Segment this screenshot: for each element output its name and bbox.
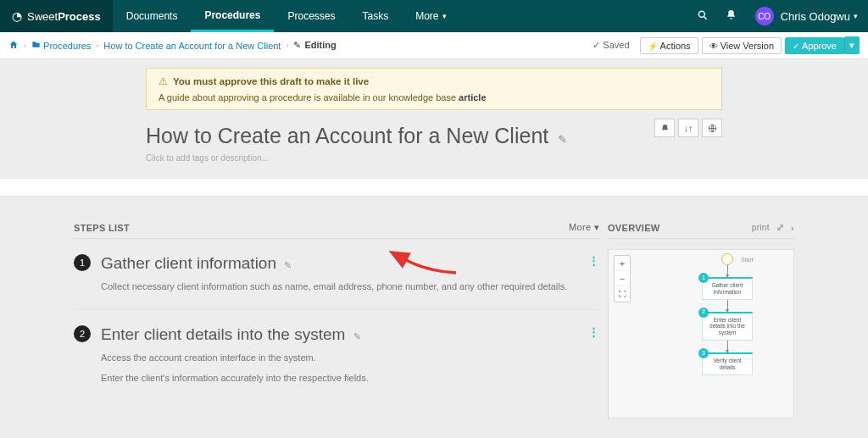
approve-button[interactable]: ✓Approve [785,37,844,54]
flow-node[interactable]: 2Enter client details into the system [702,312,753,341]
expand-icon[interactable]: ⤢ [776,222,784,233]
pencil-icon: ✎ [353,331,361,341]
globe-toggle[interactable] [702,119,722,137]
main-content: STEPS LIST More ▾ 1 Gather client inform… [74,222,794,419]
pencil-icon: ✎ [558,133,567,146]
chevron-down-icon: ▾ [442,12,447,20]
nav-processes[interactable]: Processes [274,0,348,32]
overview-header: OVERVIEW [608,223,660,233]
step-desc: Enter the client's information accuratel… [101,371,589,385]
flow-start [721,253,733,265]
svg-line-1 [704,16,706,19]
user-name: Chris Odogwu [781,10,850,23]
home-icon[interactable] [8,40,19,52]
user-menu[interactable]: CO Chris Odogwu ▾ [745,7,868,25]
nav-procedures[interactable]: Procedures [191,0,274,32]
step-number: 2 [74,325,91,342]
crumb-title[interactable]: How to Create an Account for a New Clien… [103,41,281,51]
step-menu[interactable] [589,254,599,294]
zoom-fit[interactable]: ⛶ [615,286,630,302]
brand-bold: Process [58,10,101,23]
zoom-controls: + − ⛶ [614,255,631,302]
step-item: 2 Enter client details into the system ✎… [74,320,599,401]
top-nav: ◔ SweetProcess Documents Procedures Proc… [0,0,868,32]
eye-icon: 👁 [709,42,718,51]
pencil-icon: ✎ [293,40,301,50]
approve-alert: ⚠You must approve this draft to make it … [146,68,722,110]
zoom-out[interactable]: − [615,271,630,286]
actions-button[interactable]: ⚡Actions [640,37,698,54]
steps-column: STEPS LIST More ▾ 1 Gather client inform… [74,222,599,419]
chevron-down-icon: ▾ [854,12,858,20]
folder-icon[interactable] [31,40,41,51]
alert-link[interactable]: article [459,92,486,103]
step-menu[interactable] [589,325,599,385]
svg-point-0 [698,11,704,17]
check-icon: ✓ [793,42,799,51]
page-title[interactable]: How to Create an Account for a New Clien… [146,124,722,148]
nav-more[interactable]: More▾ [402,0,459,32]
bolt-icon: ⚡ [648,42,658,51]
brand-logo[interactable]: ◔ SweetProcess [0,0,113,32]
approve-dropdown[interactable]: ▾ [844,36,860,54]
nav-tasks[interactable]: Tasks [349,0,403,32]
warning-icon: ⚠ [159,76,168,86]
saved-status: ✓ Saved [593,40,629,51]
view-version-button[interactable]: 👁View Version [702,37,782,54]
print-link[interactable]: print [752,223,770,232]
crumb-editing: ✎Editing [293,40,336,51]
sort-toggle[interactable]: ↓↑ [678,119,698,137]
notify-toggle[interactable] [654,119,675,137]
flow-node[interactable]: 3Verify client details [702,352,753,375]
avatar: CO [755,7,774,25]
title-section: ↓↑ How to Create an Account for a New Cl… [146,124,722,163]
alert-title: You must approve this draft to make it l… [173,76,369,86]
step-title[interactable]: Enter client details into the system ✎ [101,325,589,344]
step-desc: Access the account creation interface in… [101,351,589,365]
zoom-in[interactable]: + [615,256,630,271]
chevron-right-icon[interactable]: › [791,223,794,233]
steps-header: STEPS LIST [74,223,130,233]
step-title[interactable]: Gather client information ✎ [101,254,589,273]
steps-more[interactable]: More ▾ [569,222,599,233]
bell-icon[interactable] [717,9,745,23]
step-item: 1 Gather client information ✎ Collect ne… [74,249,599,310]
crumb-procedures[interactable]: Procedures [43,41,91,51]
alert-sub: A guide about approving a procedure is a… [159,92,459,103]
chevron-down-icon: ▾ [594,222,599,232]
overview-column: OVERVIEW print ⤢ › + − ⛶ Start 1Gather c… [608,222,794,419]
brand-light: Sweet [27,10,58,23]
pencil-icon: ✎ [284,260,292,270]
search-icon[interactable] [688,9,717,24]
step-desc: Collect necessary client information suc… [101,280,589,294]
tags-placeholder[interactable]: Click to add tags or description... [146,153,722,163]
nav-documents[interactable]: Documents [113,0,192,32]
step-number: 1 [74,254,91,271]
flowchart-panel[interactable]: + − ⛶ Start 1Gather client information 2… [608,249,794,419]
flow-node[interactable]: 1Gather client information [702,277,753,300]
logo-icon: ◔ [12,9,22,23]
breadcrumb-bar: › Procedures › How to Create an Account … [0,32,868,59]
